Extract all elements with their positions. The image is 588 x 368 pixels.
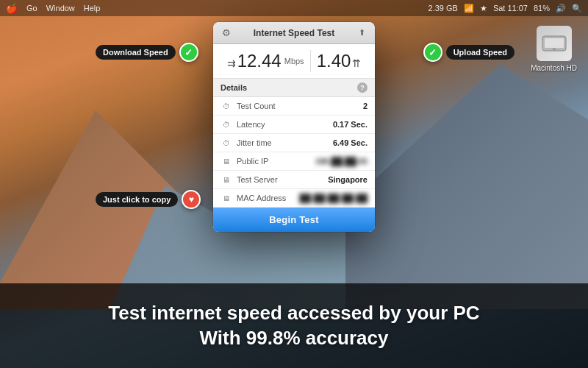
disk-icon	[537, 26, 572, 61]
menubar: 🍎 Go Window Help 2.39 GB 📶 ★ Sat 11:07 8…	[0, 0, 588, 16]
upload-check-icon: ✓	[423, 43, 442, 62]
speed-unit-mbps: Mbps	[284, 57, 304, 66]
latency-value: 0.17 Sec.	[333, 120, 368, 129]
menubar-right: 2.39 GB 📶 ★ Sat 11:07 81% 🔊 🔍	[429, 4, 582, 13]
test-server-label: Test Server	[237, 175, 328, 184]
apple-menu[interactable]: 🍎	[6, 3, 18, 14]
test-count-value: 2	[363, 102, 368, 110]
titlebar-left: ⚙	[219, 27, 234, 39]
test-server-value: Singapore	[328, 175, 368, 184]
test-count-icon: ⏱	[220, 101, 232, 111]
detail-row-jitter: ⏱ Jitter time 6.49 Sec.	[213, 134, 375, 152]
copy-badge[interactable]: Just click to copy ♥	[96, 190, 201, 209]
bottom-text: Test internet speed accessed by your PC …	[108, 301, 479, 351]
popup-title: Internet Speed Test	[254, 28, 334, 38]
menubar-go[interactable]: Go	[26, 4, 37, 13]
desktop-icon-label: Macintosh HD	[531, 64, 577, 72]
test-server-icon: 🖥	[220, 174, 232, 185]
begin-test-button[interactable]: Begin Test	[213, 208, 375, 232]
download-badge: Download Speed ✓	[96, 43, 198, 62]
download-speed-value: 12.44	[237, 51, 282, 71]
upload-badge: ✓ Upload Speed	[423, 43, 514, 62]
popup-window: ⚙ Internet Speed Test ⬆ ⇉ 12.44 Mbps 1.4…	[213, 22, 375, 232]
download-check-icon: ✓	[179, 43, 198, 62]
jitter-icon: ⏱	[220, 138, 232, 148]
public-ip-label: Public IP	[237, 157, 315, 166]
copy-badge-label: Just click to copy	[96, 192, 178, 207]
test-count-label: Test Count	[237, 102, 363, 110]
speed-separator	[310, 50, 311, 72]
detail-row-latency: ⏱ Latency 0.17 Sec.	[213, 116, 375, 134]
mac-address-icon: 🖥	[220, 193, 232, 203]
menubar-volume-icon[interactable]: 🔊	[556, 4, 566, 13]
menubar-help[interactable]: Help	[84, 4, 101, 13]
mac-address-value: ██:██:██:██:██	[299, 194, 368, 202]
heart-icon: ♥	[182, 190, 201, 209]
details-header: Details ?	[213, 79, 375, 97]
public-ip-icon: 🖥	[220, 156, 232, 166]
latency-icon: ⏱	[220, 119, 232, 130]
upload-arrows-icon: ⇈	[352, 57, 361, 69]
menubar-bluetooth-icon[interactable]: ★	[480, 4, 487, 13]
detail-row-test-count: ⏱ Test Count 2	[213, 97, 375, 116]
upload-speed-value: 1.40	[317, 51, 351, 71]
details-label: Details	[220, 83, 247, 92]
titlebar-right: ⬆	[354, 27, 369, 39]
bottom-line2: With 99.8% accuracy	[108, 326, 479, 351]
menubar-wifi-icon[interactable]: 📶	[464, 4, 474, 13]
menubar-window[interactable]: Window	[46, 4, 75, 13]
download-speed-display: ⇉ 12.44	[227, 51, 282, 71]
speed-display: ⇉ 12.44 Mbps 1.40 ⇈	[213, 44, 375, 79]
menubar-battery: 81%	[534, 4, 550, 13]
desktop-icon-macintosh-hd[interactable]: Macintosh HD	[531, 26, 577, 72]
bottom-line1: Test internet speed accessed by your PC	[108, 301, 479, 326]
jitter-label: Jitter time	[237, 138, 333, 147]
public-ip-value: 180.██.██.65	[315, 157, 368, 166]
svg-rect-1	[545, 38, 564, 48]
share-button[interactable]: ⬆	[354, 27, 369, 39]
svg-point-2	[553, 48, 556, 51]
menubar-left: 🍎 Go Window Help	[6, 3, 429, 14]
download-badge-label: Download Speed	[96, 45, 176, 60]
upload-badge-label: Upload Speed	[446, 45, 514, 60]
menubar-storage: 2.39 GB	[429, 4, 458, 13]
menubar-time: Sat 11:07	[493, 4, 528, 13]
detail-row-mac-address: 🖥 MAC Address ██:██:██:██:██	[213, 189, 375, 208]
bottom-overlay: Test internet speed accessed by your PC …	[0, 283, 588, 368]
jitter-value: 6.49 Sec.	[333, 138, 368, 147]
help-button[interactable]: ?	[357, 82, 368, 93]
popup-titlebar: ⚙ Internet Speed Test ⬆	[213, 22, 375, 44]
upload-speed-display: 1.40 ⇈	[317, 51, 362, 71]
menubar-search-icon[interactable]: 🔍	[572, 4, 582, 13]
settings-button[interactable]: ⚙	[219, 27, 234, 39]
detail-row-test-server: 🖥 Test Server Singapore	[213, 171, 375, 189]
detail-row-public-ip: 🖥 Public IP 180.██.██.65	[213, 152, 375, 171]
latency-label: Latency	[237, 120, 333, 129]
mac-address-label: MAC Address	[237, 194, 299, 202]
download-arrows-icon: ⇉	[227, 58, 236, 68]
